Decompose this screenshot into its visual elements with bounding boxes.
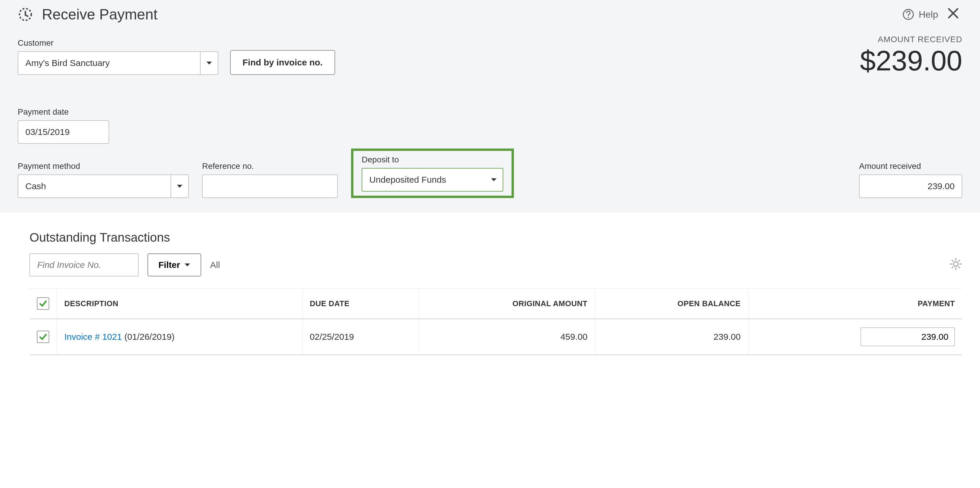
find-by-invoice-button[interactable]: Find by invoice no. (230, 50, 335, 75)
gear-icon (949, 258, 962, 271)
reference-no-input[interactable] (202, 174, 338, 198)
check-icon (39, 333, 47, 341)
invoice-link[interactable]: Invoice # 1021 (64, 332, 122, 342)
close-icon (947, 7, 959, 19)
col-original-amount: ORIGINAL AMOUNT (418, 288, 595, 319)
customer-label: Customer (18, 38, 218, 48)
filter-button[interactable]: Filter (148, 254, 201, 276)
payment-method-select[interactable]: Cash (18, 174, 189, 198)
check-icon (39, 299, 47, 307)
svg-point-2 (908, 17, 909, 18)
deposit-to-select[interactable]: Undeposited Funds (362, 168, 503, 192)
cell-due-date: 02/25/2019 (302, 319, 418, 355)
svg-line-8 (952, 260, 953, 261)
svg-line-10 (952, 267, 953, 268)
chevron-down-icon (485, 169, 503, 191)
reference-no-label: Reference no. (202, 162, 338, 171)
svg-line-9 (958, 267, 960, 268)
outstanding-transactions-table: DESCRIPTION DUE DATE ORIGINAL AMOUNT OPE… (30, 288, 962, 355)
table-settings-button[interactable] (949, 258, 962, 273)
cell-open-balance: 239.00 (595, 319, 748, 355)
customer-select[interactable]: Amy's Bird Sanctuary (18, 51, 218, 75)
help-icon (902, 8, 914, 21)
col-payment: PAYMENT (748, 288, 962, 319)
filter-applied-text: All (210, 260, 220, 270)
amount-received-label: Amount received (859, 162, 962, 171)
select-all-checkbox[interactable] (37, 297, 49, 310)
filter-label: Filter (158, 260, 180, 270)
payment-method-value: Cash (18, 175, 170, 197)
payment-date-input[interactable] (18, 120, 109, 144)
deposit-to-value: Undeposited Funds (362, 169, 485, 191)
amount-received-input[interactable] (859, 174, 962, 198)
cell-original-amount: 459.00 (418, 319, 595, 355)
page-header: Receive Payment Help (18, 6, 962, 35)
outstanding-transactions-title: Outstanding Transactions (30, 230, 962, 245)
svg-point-3 (953, 262, 958, 266)
help-button[interactable]: Help (902, 8, 938, 21)
amount-received-display-label: AMOUNT RECEIVED (860, 35, 962, 44)
chevron-down-icon (185, 263, 190, 267)
col-description: DESCRIPTION (57, 288, 302, 319)
help-label: Help (919, 9, 938, 20)
deposit-to-label: Deposit to (362, 155, 503, 165)
chevron-down-icon (170, 175, 188, 197)
payment-input[interactable] (861, 327, 955, 346)
history-icon[interactable] (18, 7, 33, 22)
col-open-balance: OPEN BALANCE (595, 288, 748, 319)
table-row: Invoice # 1021 (01/26/2019) 02/25/2019 4… (30, 319, 962, 355)
page-title: Receive Payment (42, 6, 158, 23)
amount-received-display-value: $239.00 (860, 47, 962, 75)
find-invoice-input[interactable] (30, 254, 138, 276)
invoice-date: (01/26/2019) (124, 332, 175, 342)
row-checkbox[interactable] (37, 331, 49, 343)
payment-method-label: Payment method (18, 162, 189, 171)
payment-date-label: Payment date (18, 107, 962, 117)
col-due-date: DUE DATE (302, 288, 418, 319)
chevron-down-icon (200, 52, 218, 74)
customer-value: Amy's Bird Sanctuary (18, 52, 200, 74)
close-button[interactable] (944, 6, 962, 23)
svg-line-11 (958, 260, 960, 261)
